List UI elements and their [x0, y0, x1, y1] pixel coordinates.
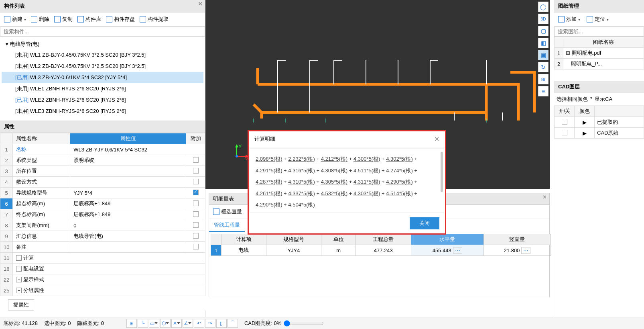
library-button[interactable]: 构件库	[76, 15, 103, 24]
table-row[interactable]: 1 电线 YJY4 m 477.243 455.443⋯ 21.800⋯	[211, 245, 551, 256]
cube-icon[interactable]: ⬡	[160, 319, 171, 328]
cad-layer-header: CAD图层	[554, 81, 644, 93]
close-button[interactable]: 关闭	[410, 217, 439, 229]
tree-item[interactable]: [未用] WL2 ZB-BJY-0.45/0.75KV 3*2.5 SC20 […	[2, 61, 203, 72]
cube-front-icon[interactable]: ◧	[538, 38, 549, 48]
back-icon[interactable]: ↶	[194, 319, 204, 328]
properties-header: 属性	[0, 121, 205, 133]
cad-layer-table: 开/关颜色 ▶已提取的 ▶CAD原始	[554, 106, 644, 139]
list-icon[interactable]: ≡	[538, 86, 549, 96]
grid-icon[interactable]: ⊞	[126, 319, 137, 328]
search-input[interactable]	[0, 27, 205, 37]
cube-iso-icon[interactable]: ▣	[538, 50, 549, 60]
property-row[interactable]: 18+配电设置	[0, 264, 205, 274]
selected-label: 选中图元: 0	[44, 320, 71, 327]
detail-table: 计算项 规格型号 单位 工程总量 水平量 竖直量 1 电线 YJY4 m 477…	[211, 234, 551, 256]
calc-detail-dialog: 计算明细 ✕ 2.098*5(根) + 2.232*5(根) + 4.212*5…	[248, 130, 446, 235]
status-tools: ⊞ └ ▭ ⬡ ✕ ∠ ↶ ↷ ▯ ⌒	[126, 319, 238, 328]
copy-button[interactable]: 复制	[53, 15, 74, 24]
drawing-row[interactable]: 1⊟ 照明配电.pdf	[555, 48, 644, 59]
corner-icon[interactable]: └	[138, 319, 148, 328]
brightness-slider[interactable]	[284, 320, 324, 327]
arc-icon[interactable]: ⌒	[228, 319, 238, 328]
rect-icon[interactable]: ▭	[149, 319, 159, 328]
locate-button[interactable]: 定位▾	[585, 15, 610, 24]
tree-item[interactable]: [未用] WLE1 ZBNH-RYJS-2*6 SC20 [RYJS 2*6]	[2, 83, 203, 94]
save-button[interactable]: 构件存盘	[104, 15, 136, 24]
component-tree: ▾ 电线导管(电) [未用] WL1 ZB-BJY-0.45/0.75KV 3*…	[0, 37, 205, 119]
scrollbar[interactable]	[441, 152, 443, 192]
component-list-panel: 构件列表 ✕ 新建▾ 删除 复制 构件库 构件存盘 构件提取 ▾ 电线导管(电)…	[0, 0, 205, 329]
property-row[interactable]: 4敷设方式	[0, 177, 205, 188]
dialog-body[interactable]: 2.098*5(根) + 2.232*5(根) + 4.212*5(根) + 4…	[250, 148, 444, 213]
component-toolbar: 新建▾ 删除 复制 构件库 构件存盘 构件提取	[0, 12, 205, 27]
property-row[interactable]: 7终点标高(m)层底标高+1.849	[0, 209, 205, 220]
drawing-header: 图纸管理	[554, 0, 644, 12]
svg-point-10	[236, 155, 238, 157]
col-value: 属性值	[70, 133, 186, 144]
tree-item[interactable]: [已用] WLE2 ZBNH-RYJS-2*6 SC20 [RYJS 2*6]	[2, 94, 203, 106]
axis-indicator: YX	[234, 143, 250, 161]
show-cad-option[interactable]: 显示CA	[595, 96, 612, 103]
cross-icon[interactable]: ✕	[171, 319, 182, 328]
property-row[interactable]: 25+分组属性	[0, 285, 205, 296]
cube-top-icon[interactable]: ▢	[538, 26, 549, 36]
properties-table: 属性名称 属性值 附加 1名称WL3 ZB-YJY-0.6/1KV 5*4 SC…	[0, 133, 205, 296]
drawing-table: 图纸名称 1⊟ 照明配电.pdf2 照明配电_P...	[554, 37, 644, 69]
brightness-label: CAD图亮度: 0%	[244, 320, 324, 327]
add-drawing-button[interactable]: 添加▾	[557, 15, 582, 24]
close-icon[interactable]: ✕	[542, 194, 547, 200]
drawing-toolbar: 添加▾ 定位▾	[554, 12, 644, 27]
3d-icon[interactable]: 3D	[538, 14, 549, 24]
property-row[interactable]: 9汇总信息电线导管(电)	[0, 231, 205, 242]
delete-button[interactable]: 删除	[29, 15, 51, 24]
window-icon[interactable]: ▯	[216, 319, 227, 328]
svg-marker-5	[235, 144, 238, 147]
status-bar: 底标高: 41.128 选中图元: 0 隐藏图元: 0 ⊞ └ ▭ ⬡ ✕ ∠ …	[0, 317, 644, 329]
extract-button[interactable]: 构件提取	[138, 15, 170, 24]
col-name: 属性名称	[13, 133, 70, 144]
component-list-header: 构件列表 ✕	[0, 0, 205, 12]
property-row[interactable]: 11+计算	[0, 253, 205, 264]
expand-icon[interactable]: ⋯	[521, 247, 530, 254]
new-button[interactable]: 新建▾	[2, 15, 28, 24]
drawing-panel: 图纸管理 添加▾ 定位▾ 图纸名称 1⊟ 照明配电.pdf2 照明配电_P...…	[554, 0, 644, 329]
drawing-search-input[interactable]	[554, 27, 644, 37]
layer-toggle[interactable]	[562, 119, 567, 125]
dialog-title: 计算明细	[254, 135, 275, 143]
orbit-icon[interactable]: ◯	[538, 2, 549, 12]
close-icon[interactable]: ✕	[434, 135, 439, 143]
property-row[interactable]: 22+显示样式	[0, 274, 205, 285]
properties-panel: 属性 属性名称 属性值 附加 1名称WL3 ZB-YJY-0.6/1KV 5*4…	[0, 121, 205, 311]
layers-icon[interactable]: ≋	[538, 74, 549, 84]
close-icon[interactable]: ✕	[198, 1, 203, 7]
drawing-row[interactable]: 2 照明配电_P...	[555, 59, 644, 69]
tree-item[interactable]: [已用] WL3 ZB-YJY-0.6/1KV 5*4 SC32 [YJY 5*…	[2, 72, 203, 83]
tree-item[interactable]: [未用] WL1 ZB-BJY-0.45/0.75KV 3*2.5 SC20 […	[2, 49, 203, 61]
property-row[interactable]: 6起点标高(m)层底标高+1.849	[0, 198, 205, 209]
panel-title: 构件列表	[4, 3, 25, 9]
floor-label: 底标高: 41.128	[3, 320, 38, 327]
expand-icon[interactable]: ⋯	[453, 247, 462, 254]
property-row[interactable]: 2系统类型照明系统	[0, 155, 205, 166]
tree-item[interactable]: [未用] WLE3 ZBNH-RYJS-2*6 SC20 [RYJS 2*6]	[2, 106, 203, 117]
property-row[interactable]: 10备注	[0, 242, 205, 253]
property-row[interactable]: 1名称WL3 ZB-YJY-0.6/1KV 5*4 SC32	[0, 144, 205, 155]
property-row[interactable]: 5导线规格型号YJY 5*4	[0, 188, 205, 198]
property-row[interactable]: 3所在位置	[0, 166, 205, 177]
extract-props-button[interactable]: 提属性	[8, 299, 34, 311]
fwd-icon[interactable]: ↷	[205, 319, 215, 328]
svg-text:Y: Y	[238, 143, 242, 149]
same-color-option[interactable]: 选择相同颜色	[557, 96, 588, 103]
hidden-label: 隐藏图元: 0	[77, 320, 104, 327]
property-row[interactable]: 8支架间距(mm)0	[0, 220, 205, 231]
refresh-icon[interactable]: ↻	[538, 62, 549, 72]
col-extra: 附加	[186, 133, 205, 144]
tree-root[interactable]: ▾ 电线导管(电)	[2, 39, 203, 49]
tab-pipeline[interactable]: 管线工程量	[209, 219, 245, 232]
angle-icon[interactable]: ∠	[183, 319, 193, 328]
view-tools: ◯ 3D ▢ ◧ ▣ ↻ ≋ ≡	[537, 2, 549, 96]
layer-toggle[interactable]	[562, 130, 567, 135]
